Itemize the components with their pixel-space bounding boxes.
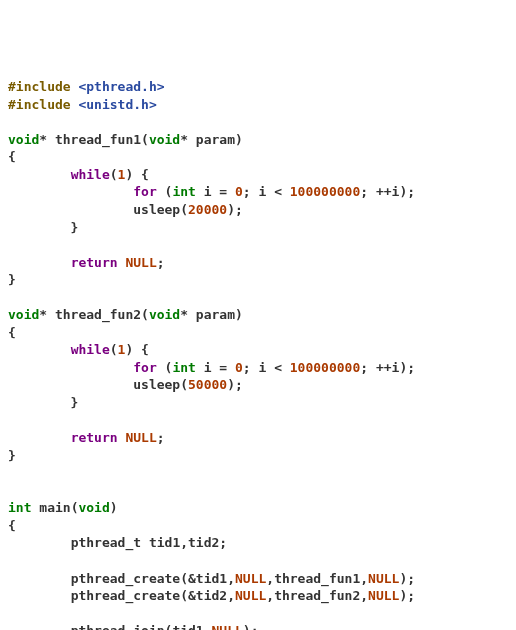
- code-token: thread_fun1: [55, 132, 141, 147]
- code-token: 0: [235, 184, 243, 199]
- code-token: 100000000: [290, 184, 360, 199]
- code-token: ,: [204, 623, 212, 630]
- code-token: }: [8, 220, 78, 235]
- code-token: usleep: [133, 377, 180, 392]
- code-line: [8, 289, 508, 307]
- code-token: }: [8, 272, 16, 287]
- code-token: tid1: [196, 571, 227, 586]
- code-token: (: [157, 360, 173, 375]
- code-token: i: [204, 360, 212, 375]
- code-token: pthread_join: [71, 623, 165, 630]
- code-token: void: [78, 500, 109, 515]
- code-token: void: [8, 132, 39, 147]
- code-line: {: [8, 517, 508, 535]
- code-token: ): [110, 500, 118, 515]
- code-line: usleep(20000);: [8, 201, 508, 219]
- code-token: <: [266, 360, 289, 375]
- code-token: (: [180, 377, 188, 392]
- code-line: [8, 464, 508, 482]
- code-token: thread_fun2: [55, 307, 141, 322]
- code-token: ): [235, 132, 243, 147]
- code-token: int: [172, 184, 195, 199]
- code-token: (: [141, 307, 149, 322]
- code-token: *: [39, 307, 55, 322]
- code-token: {: [8, 149, 16, 164]
- code-token: ) {: [125, 167, 148, 182]
- code-token: (&: [180, 588, 196, 603]
- code-token: );: [399, 588, 415, 603]
- code-token: *: [180, 307, 196, 322]
- code-token: <unistd.h>: [78, 97, 156, 112]
- code-line: [8, 605, 508, 623]
- code-token: =: [212, 360, 235, 375]
- code-line: while(1) {: [8, 341, 508, 359]
- code-token: (&: [180, 571, 196, 586]
- code-line: }: [8, 219, 508, 237]
- code-token: {: [8, 518, 16, 533]
- code-token: {: [8, 325, 16, 340]
- code-token: }: [8, 395, 78, 410]
- code-line: [8, 552, 508, 570]
- code-token: int: [8, 500, 31, 515]
- code-token: void: [8, 307, 39, 322]
- code-token: 20000: [188, 202, 227, 217]
- code-token: 50000: [188, 377, 227, 392]
- code-line: [8, 113, 508, 131]
- code-token: ,: [180, 535, 188, 550]
- code-token: pthread_create: [71, 588, 181, 603]
- code-token: NULL: [368, 588, 399, 603]
- code-token: ,: [227, 571, 235, 586]
- code-token: (: [141, 132, 149, 147]
- code-line: {: [8, 324, 508, 342]
- code-line: pthread_t tid1,tid2;: [8, 534, 508, 552]
- code-token: 100000000: [290, 360, 360, 375]
- code-line: pthread_create(&tid2,NULL,thread_fun2,NU…: [8, 587, 508, 605]
- code-token: NULL: [212, 623, 243, 630]
- code-token: ,: [227, 588, 235, 603]
- code-token: void: [149, 307, 180, 322]
- code-token: [196, 184, 204, 199]
- code-token: NULL: [125, 430, 156, 445]
- code-token: <: [266, 184, 289, 199]
- code-token: ; ++: [360, 360, 391, 375]
- code-token: NULL: [125, 255, 156, 270]
- code-line: pthread_join(tid1,NULL);: [8, 622, 508, 630]
- code-token: ;: [219, 535, 227, 550]
- code-token: thread_fun1: [274, 571, 360, 586]
- code-token: ): [235, 307, 243, 322]
- code-token: [8, 184, 133, 199]
- code-line: usleep(50000);: [8, 376, 508, 394]
- code-token: );: [399, 571, 415, 586]
- code-token: );: [243, 623, 259, 630]
- code-token: ;: [157, 255, 165, 270]
- code-token: pthread_create: [71, 571, 181, 586]
- code-token: [8, 255, 71, 270]
- code-token: [8, 430, 71, 445]
- code-line: [8, 412, 508, 430]
- code-token: <pthread.h>: [78, 79, 164, 94]
- code-token: return: [71, 255, 118, 270]
- code-token: tid1: [149, 535, 180, 550]
- code-line: }: [8, 447, 508, 465]
- code-line: void* thread_fun1(void* param): [8, 131, 508, 149]
- code-token: [196, 360, 204, 375]
- code-token: );: [399, 360, 415, 375]
- code-token: for: [133, 360, 156, 375]
- code-token: NULL: [235, 588, 266, 603]
- code-token: ,: [266, 571, 274, 586]
- code-token: ; ++: [360, 184, 391, 199]
- code-token: ,: [360, 588, 368, 603]
- code-token: [141, 535, 149, 550]
- code-token: usleep: [133, 202, 180, 217]
- code-token: ) {: [125, 342, 148, 357]
- code-line: void* thread_fun2(void* param): [8, 306, 508, 324]
- code-line: int main(void): [8, 499, 508, 517]
- code-token: ;: [157, 430, 165, 445]
- code-line: [8, 236, 508, 254]
- code-line: while(1) {: [8, 166, 508, 184]
- code-line: }: [8, 394, 508, 412]
- code-token: tid2: [188, 535, 219, 550]
- code-token: param: [196, 307, 235, 322]
- code-token: [8, 377, 133, 392]
- code-token: tid1: [172, 623, 203, 630]
